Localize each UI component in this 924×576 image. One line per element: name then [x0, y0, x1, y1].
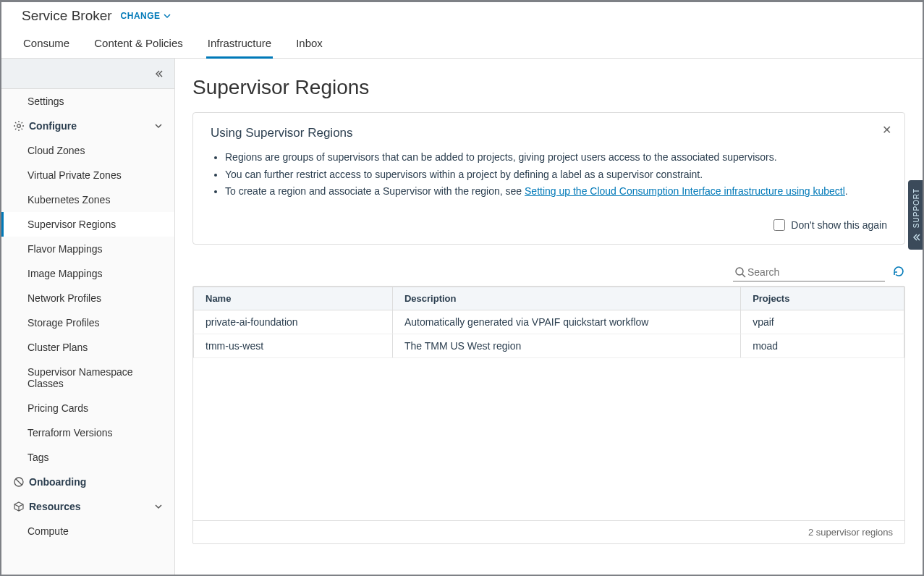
cell-projects: moad	[741, 334, 904, 357]
dont-show-checkbox[interactable]	[773, 219, 785, 231]
table-toolbar	[192, 263, 905, 281]
sidebar-section-resources[interactable]: Resources	[1, 494, 174, 519]
close-button[interactable]: ✕	[882, 123, 891, 137]
sidebar-item-tags[interactable]: Tags	[1, 445, 174, 470]
sidebar-item-kubernetes-zones[interactable]: Kubernetes Zones	[1, 187, 174, 212]
sidebar-item-virtual-private-zones[interactable]: Virtual Private Zones	[1, 163, 174, 187]
col-name[interactable]: Name	[194, 287, 393, 310]
sidebar-collapse-button[interactable]	[1, 59, 174, 89]
double-chevron-left-icon	[912, 233, 920, 242]
app-title: Service Broker	[22, 8, 112, 24]
sidebar-section-onboarding[interactable]: Onboarding	[1, 470, 174, 494]
sidebar-section-configure[interactable]: Configure	[1, 114, 174, 138]
sidebar-item-storage-profiles[interactable]: Storage Profiles	[1, 310, 174, 335]
cell-description: Automatically generated via VPAIF quicks…	[392, 310, 740, 334]
top-bar: Service Broker CHANGE	[1, 2, 923, 24]
sidebar-item-network-profiles[interactable]: Network Profiles	[1, 286, 174, 310]
sidebar-item-terraform-versions[interactable]: Terraform Versions	[1, 420, 174, 445]
sidebar-item-cluster-plans[interactable]: Cluster Plans	[1, 335, 174, 360]
sidebar-item-flavor-mappings[interactable]: Flavor Mappings	[1, 237, 174, 261]
cell-projects: vpaif	[741, 310, 904, 334]
configure-label: Configure	[29, 120, 77, 132]
resources-label: Resources	[29, 501, 81, 512]
sidebar-item-settings[interactable]: Settings	[1, 89, 174, 114]
support-tab[interactable]: SUPPORT	[908, 180, 924, 250]
refresh-button[interactable]	[892, 265, 905, 280]
search-icon	[734, 266, 746, 278]
table-header-row: Name Description Projects	[194, 287, 904, 310]
sidebar-item-cloud-zones[interactable]: Cloud Zones	[1, 138, 174, 163]
tab-content-policies[interactable]: Content & Policies	[93, 33, 185, 58]
page-title: Supervisor Regions	[192, 76, 905, 99]
sidebar-item-compute[interactable]: Compute	[1, 519, 174, 543]
cell-name: tmm-us-west	[194, 334, 393, 357]
chevron-down-icon	[154, 502, 163, 511]
info-bullet-suffix: .	[845, 185, 848, 197]
info-link[interactable]: Setting up the Cloud Consumption Interfa…	[525, 185, 845, 197]
close-icon: ✕	[882, 123, 891, 137]
tab-inbox[interactable]: Inbox	[294, 33, 324, 58]
support-label: SUPPORT	[912, 188, 920, 228]
gear-icon	[13, 120, 25, 132]
info-title: Using Supervisor Regions	[211, 126, 887, 140]
info-card: ✕ Using Supervisor Regions Regions are g…	[192, 112, 905, 245]
refresh-icon	[892, 265, 905, 278]
tab-consume[interactable]: Consume	[22, 33, 71, 58]
search-wrap	[733, 263, 885, 281]
info-bullet: You can further restrict access to super…	[225, 168, 887, 182]
svg-point-0	[17, 124, 21, 128]
table-row[interactable]: private-ai-foundation Automatically gene…	[194, 310, 904, 334]
onboarding-label: Onboarding	[29, 476, 86, 488]
col-projects[interactable]: Projects	[741, 287, 904, 310]
main-content: Supervisor Regions ✕ Using Supervisor Re…	[175, 59, 923, 576]
table-row[interactable]: tmm-us-west The TMM US West region moad	[194, 334, 904, 357]
change-label: CHANGE	[121, 11, 161, 21]
chevron-down-icon	[154, 122, 163, 130]
grid-footer: 2 supervisor regions	[193, 520, 904, 543]
sidebar-item-image-mappings[interactable]: Image Mappings	[1, 261, 174, 286]
col-description[interactable]: Description	[392, 287, 740, 310]
main-tabs: Consume Content & Policies Infrastructur…	[1, 24, 923, 59]
double-chevron-left-icon	[154, 69, 164, 79]
cell-description: The TMM US West region	[392, 334, 740, 357]
sidebar-item-supervisor-regions[interactable]: Supervisor Regions	[1, 212, 174, 237]
tab-infrastructure[interactable]: Infrastructure	[206, 33, 273, 59]
info-bullet: Regions are groups of supervisors that c…	[225, 151, 887, 165]
cell-name: private-ai-foundation	[194, 310, 393, 334]
info-bullet: To create a region and associate a Super…	[225, 185, 887, 199]
dont-show-label[interactable]: Don't show this again	[791, 219, 887, 231]
cube-icon	[13, 501, 25, 512]
change-dropdown[interactable]: CHANGE	[121, 11, 171, 21]
search-input[interactable]	[746, 265, 883, 279]
sidebar-item-supervisor-namespace-classes[interactable]: Supervisor Namespace Classes	[1, 360, 174, 396]
sidebar: Settings Configure Cloud Zones Virtual P…	[1, 59, 175, 576]
sidebar-item-pricing-cards[interactable]: Pricing Cards	[1, 396, 174, 420]
compass-icon	[13, 476, 25, 488]
svg-point-2	[736, 268, 743, 275]
info-bullet-prefix: To create a region and associate a Super…	[225, 185, 525, 197]
chevron-down-icon	[161, 12, 171, 20]
regions-grid: Name Description Projects private-ai-fou…	[192, 286, 905, 544]
